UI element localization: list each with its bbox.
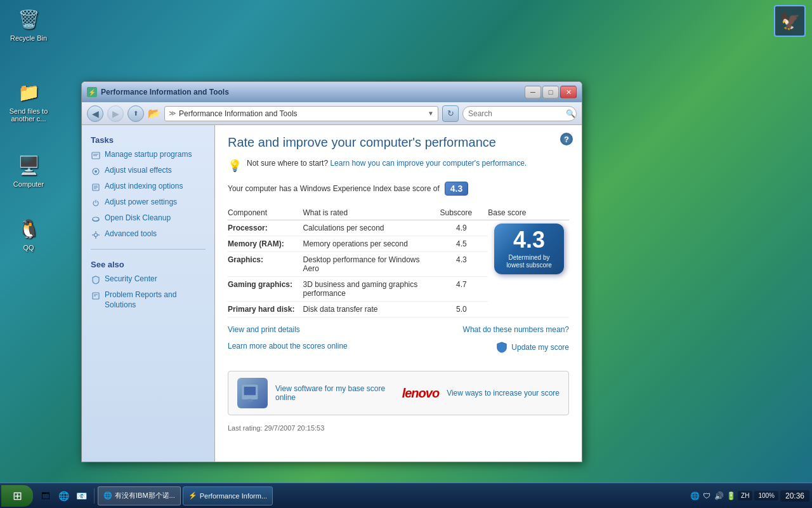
window-controls: ─ □ ✕ xyxy=(525,86,577,98)
security-center-icon xyxy=(91,275,101,285)
score-graphic-label: Determined bylowest subscore xyxy=(506,254,552,269)
promo-box: View software for my base score online l… xyxy=(228,371,569,415)
desktop-icon-send-files[interactable]: 📁 Send files to another c... xyxy=(6,79,51,123)
shield-update-icon xyxy=(496,342,508,353)
tray-language[interactable]: ZH xyxy=(738,491,752,500)
adjust-power-icon xyxy=(91,198,101,208)
forward-button[interactable]: ▶ xyxy=(107,105,124,122)
desktop-icon-qq[interactable]: 🐧 QQ xyxy=(6,216,51,251)
sidebar-item-label: Security Center xyxy=(105,274,157,284)
manage-startup-icon xyxy=(91,150,101,161)
window-titlebar: ⚡ Performance Information and Tools ─ □ … xyxy=(82,82,582,102)
sidebar-item-adjust-power[interactable]: Adjust power settings xyxy=(82,195,214,211)
svg-rect-21 xyxy=(244,387,256,395)
update-score-link[interactable]: Update my score xyxy=(511,343,569,352)
taskbar-item-label: 有没有IBM那个诺... xyxy=(115,491,175,500)
main-content: ? Rate and improve your computer's perfo… xyxy=(215,125,582,462)
col-header-component: Component xyxy=(228,206,303,220)
taskbar-items: 🌐 有没有IBM那个诺... ⚡ Performance Inform... xyxy=(95,486,687,505)
back-button[interactable]: ◀ xyxy=(87,105,103,122)
score-row: Your computer has a Windows Experience I… xyxy=(228,182,569,196)
up-button[interactable]: ⬆ xyxy=(128,105,144,122)
promo-icon-inner xyxy=(237,378,268,408)
subscore-graphics: 4.3 xyxy=(440,252,488,277)
quick-launch-ie[interactable]: 🌐 xyxy=(56,488,71,504)
taskbar-item-performance[interactable]: ⚡ Performance Inform... xyxy=(183,486,273,505)
sidebar-item-open-disk-cleanup[interactable]: Open Disk Cleanup xyxy=(82,211,214,227)
tip-static-text: Not sure where to start? xyxy=(247,159,328,168)
nav-folder-icon: 📂 xyxy=(148,107,160,119)
search-input[interactable] xyxy=(468,109,563,118)
maximize-button[interactable]: □ xyxy=(542,86,559,98)
svg-point-4 xyxy=(95,170,97,173)
tray-icon-network[interactable]: 🌐 xyxy=(690,491,700,501)
col-header-base-score: Base score xyxy=(488,206,569,220)
sidebar-item-label: Adjust power settings xyxy=(105,197,177,208)
desktop-icon-label: QQ xyxy=(23,244,34,251)
sidebar-item-manage-startup[interactable]: Manage startup programs xyxy=(82,147,214,163)
tip-row: 💡 Not sure where to start? Learn how you… xyxy=(228,159,569,173)
promo-icon xyxy=(237,378,268,408)
address-text: Performance Information and Tools xyxy=(179,109,425,118)
tip-text: Not sure where to start? Learn how you c… xyxy=(247,159,527,168)
sidebar-item-problem-reports[interactable]: Problem Reports and Solutions xyxy=(82,288,214,312)
desktop: 🗑️ Recycle Bin 📁 Send files to another c… xyxy=(0,0,812,508)
window-icon: ⚡ xyxy=(87,87,97,97)
sidebar-item-adjust-indexing[interactable]: Adjust indexing options xyxy=(82,179,214,195)
component-hard-disk: Primary hard disk: xyxy=(228,302,303,318)
svg-rect-23 xyxy=(248,399,251,401)
what-numbers-mean-link[interactable]: What do these numbers mean? xyxy=(463,325,569,334)
performance-window: ⚡ Performance Information and Tools ─ □ … xyxy=(81,81,582,462)
sidebar-item-security-center[interactable]: Security Center xyxy=(82,272,214,288)
close-button[interactable]: ✕ xyxy=(560,86,577,98)
see-also-title: See also xyxy=(82,256,214,272)
component-gaming-graphics: Gaming graphics: xyxy=(228,277,303,302)
address-separator: ≫ xyxy=(169,109,176,117)
quick-launch-item[interactable]: 📧 xyxy=(74,488,89,504)
top-right-icon: 🦅 xyxy=(774,5,806,37)
help-button[interactable]: ? xyxy=(560,133,573,145)
sidebar: Tasks Manage startup programs Adjust vis… xyxy=(82,125,215,462)
nav-bar: ◀ ▶ ⬆ 📂 ≫ Performance Information and To… xyxy=(82,102,582,125)
adjust-visual-icon xyxy=(91,166,101,177)
tip-link[interactable]: Learn how you can improve your computer'… xyxy=(330,159,527,168)
tray-icon-security[interactable]: 🛡 xyxy=(702,491,712,501)
lenovo-logo: lenovo xyxy=(402,386,439,401)
desktop-icon-label: Computer xyxy=(13,180,44,188)
start-button[interactable]: ⊞ xyxy=(1,485,33,507)
minimize-button[interactable]: ─ xyxy=(525,86,541,98)
learn-more-link[interactable]: Learn more about the scores online xyxy=(228,342,348,363)
address-bar[interactable]: ≫ Performance Information and Tools ▼ xyxy=(164,106,438,121)
qq-icon: 🐧 xyxy=(16,216,41,241)
advanced-tools-icon xyxy=(91,230,101,240)
svg-point-9 xyxy=(93,217,99,221)
tasks-title: Tasks xyxy=(82,131,214,147)
desktop-icon-recycle-bin[interactable]: 🗑️ Recycle Bin xyxy=(6,6,51,42)
promo-software-link[interactable]: View software for my base score online xyxy=(275,384,395,402)
window-body: Tasks Manage startup programs Adjust vis… xyxy=(82,125,582,462)
ways-to-increase-link[interactable]: View ways to increase your score xyxy=(447,388,560,399)
sidebar-item-label: Problem Reports and Solutions xyxy=(105,290,208,310)
page-title: Rate and improve your computer's perform… xyxy=(228,135,569,150)
score-graphic: 4.3 Determined bylowest subscore xyxy=(494,224,564,274)
problem-reports-icon xyxy=(91,291,101,301)
search-bar[interactable]: 🔍 xyxy=(462,106,577,121)
search-icon: 🔍 xyxy=(566,109,575,118)
view-print-link[interactable]: View and print details xyxy=(228,325,300,334)
adjust-indexing-icon xyxy=(91,182,101,192)
links-row-2: Learn more about the scores online Updat… xyxy=(228,342,569,363)
refresh-button[interactable]: ↻ xyxy=(442,105,459,122)
sidebar-item-label: Adjust indexing options xyxy=(105,182,183,192)
tray-icon-battery[interactable]: 🔋 xyxy=(726,491,736,501)
quick-launch-show-desktop[interactable]: 🗔 xyxy=(38,488,53,504)
tray-icon-sound[interactable]: 🔊 xyxy=(714,491,724,501)
taskbar-item-label: Performance Inform... xyxy=(200,492,267,500)
desktop-icon-computer[interactable]: 🖥️ Computer xyxy=(6,152,51,188)
desktop-icon-label: Send files to another c... xyxy=(6,107,51,123)
sidebar-item-adjust-visual[interactable]: Adjust visual effects xyxy=(82,163,214,179)
sidebar-item-advanced-tools[interactable]: Advanced tools xyxy=(82,227,214,243)
taskbar-item-browser[interactable]: 🌐 有没有IBM那个诺... xyxy=(98,486,181,505)
what-rated-hard-disk: Disk data transfer rate xyxy=(303,302,440,318)
table-row: Processor: Calculations per second 4.9 4… xyxy=(228,220,569,236)
desktop-icon-label: Recycle Bin xyxy=(10,34,47,42)
